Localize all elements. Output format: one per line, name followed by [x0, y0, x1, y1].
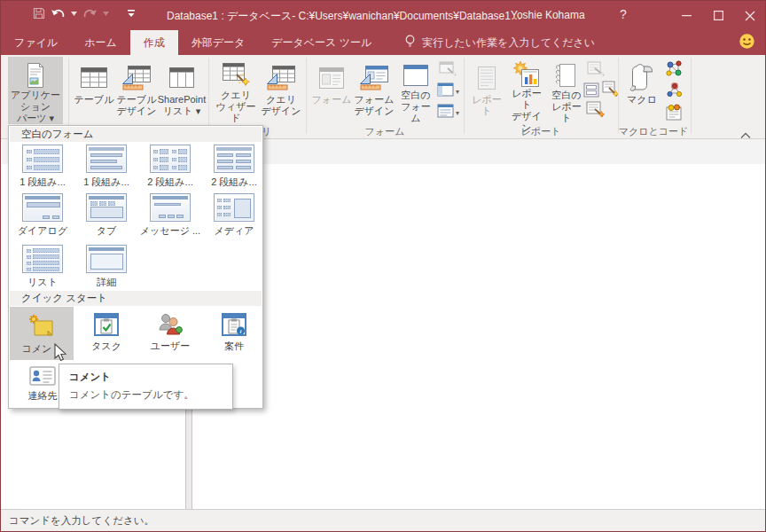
gallery-item-case[interactable]: i 案件: [202, 312, 266, 353]
blank-form-button[interactable]: 空白の フォーム: [396, 57, 435, 124]
query-design-icon: [266, 61, 296, 94]
maximize-button[interactable]: [703, 1, 733, 30]
visual-basic-button[interactable]: [665, 104, 684, 125]
blank-report-button[interactable]: 空白の レポート: [548, 57, 585, 124]
postcard-wizard-button[interactable]: [602, 81, 620, 102]
save-icon[interactable]: [33, 7, 45, 20]
slip-wizard-button[interactable]: [586, 101, 606, 122]
tab-home[interactable]: ホーム: [71, 30, 130, 55]
more-forms-button[interactable]: ▾: [437, 104, 459, 121]
group-label-macro-code: マクロとコード: [614, 126, 693, 138]
class-module-button[interactable]: [665, 82, 684, 104]
access-window: Database1 : データベース- C:¥Users¥wanichan¥Do…: [0, 0, 766, 532]
table-button[interactable]: テーブル: [74, 57, 114, 124]
tab-create[interactable]: 作成: [130, 30, 178, 55]
case-clipboard-info-icon: i: [202, 312, 266, 337]
report-wizard-button: [587, 61, 606, 81]
form-design-button[interactable]: フォーム デザイン: [354, 57, 395, 124]
gallery-item-task[interactable]: タスク: [74, 312, 138, 353]
close-button[interactable]: [735, 1, 765, 30]
tooltip-title: コメント: [69, 371, 223, 384]
gallery-item[interactable]: タブ: [74, 193, 138, 238]
comment-note-icon: [10, 313, 74, 340]
postcard-wizard-icon: [602, 81, 620, 102]
more-forms-icon: [437, 104, 454, 121]
undo-button[interactable]: [51, 8, 66, 20]
gallery-item[interactable]: 1 段組み...: [74, 145, 138, 189]
gallery-item[interactable]: メディア: [202, 193, 266, 238]
sharepoint-list-button[interactable]: SharePoint リスト ▾: [159, 57, 205, 124]
tab-file[interactable]: ファイル: [1, 30, 71, 55]
feedback-smiley-icon[interactable]: [739, 33, 755, 53]
minimize-button[interactable]: [671, 1, 701, 30]
redo-button[interactable]: [82, 8, 98, 20]
report-button: レポート: [468, 57, 505, 124]
tab-external-data[interactable]: 外部データ: [178, 30, 259, 55]
gallery-item[interactable]: 1 段組み...: [11, 145, 74, 189]
group-separator: [691, 58, 692, 134]
tell-me-label: 実行したい作業を入力してください: [422, 35, 595, 51]
gallery-item-user[interactable]: ユーザー: [138, 312, 202, 353]
tab-database-tools[interactable]: データベース ツール: [258, 30, 385, 55]
redo-dropdown-caret[interactable]: [103, 12, 109, 16]
slip-wizard-icon: [586, 101, 606, 122]
status-message: コマンドを入力してください。: [9, 514, 154, 528]
svg-text:i: i: [240, 328, 242, 335]
list-form-icon: [11, 245, 74, 273]
gallery-section-blank-forms: 空白のフォーム: [10, 127, 262, 142]
form-wizard-button: [439, 61, 458, 81]
signed-in-user[interactable]: Yoshie Kohama: [511, 9, 585, 21]
task-clipboard-icon: [74, 312, 138, 337]
form-2col-dotted-icon: [138, 145, 202, 173]
visual-basic-icon: [665, 104, 684, 125]
gallery-item[interactable]: ダイアログ: [11, 193, 74, 238]
tell-me-box[interactable]: 実行したい作業を入力してください: [404, 30, 595, 55]
navigation-form-icon: [437, 82, 454, 100]
detail-form-icon: [74, 245, 138, 273]
collapse-ribbon-icon[interactable]: [739, 128, 754, 138]
gallery-item[interactable]: リスト: [11, 245, 74, 289]
gallery-section-quick-start: クイック スタート: [10, 291, 262, 306]
users-icon: [138, 312, 202, 337]
labels-icon: [583, 82, 599, 101]
macro-button[interactable]: マクロ: [623, 57, 660, 124]
media-form-icon: [202, 193, 266, 222]
query-wizard-button[interactable]: クエリ ウィザード: [214, 57, 258, 124]
navigation-forms-button[interactable]: ▾: [437, 82, 459, 100]
status-bar: コマンドを入力してください。: [1, 509, 765, 532]
help-button[interactable]: ?: [614, 7, 632, 21]
blank-form-icon: [403, 61, 429, 90]
ribbon-tab-row: ファイル ホーム 作成 外部データ データベース ツール 実行したい作業を入力し…: [1, 30, 765, 55]
module-icon: [665, 59, 684, 82]
report-design-icon: [513, 61, 540, 88]
module-button[interactable]: [665, 59, 684, 82]
macro-icon: [629, 61, 655, 94]
query-wizard-icon: [222, 61, 250, 90]
undo-dropdown-caret[interactable]: [71, 12, 77, 16]
group-separator: [464, 58, 465, 134]
table-icon: [80, 61, 108, 94]
mouse-cursor: [52, 343, 68, 366]
table-design-button[interactable]: テーブル デザイン: [116, 57, 157, 124]
labels-button[interactable]: [583, 82, 599, 101]
gallery-item[interactable]: メッセージ ...: [138, 193, 202, 238]
form-1col-bars-icon: [74, 145, 138, 173]
tab-form-icon: [74, 193, 138, 222]
tooltip: コメント コメントのテーブルです。: [59, 364, 233, 410]
gallery-item[interactable]: 2 段組み...: [202, 145, 266, 189]
navigation-pane-scrollbar[interactable]: [185, 409, 192, 509]
group-label-report: レポート: [505, 126, 576, 138]
report-wizard-icon: [587, 61, 606, 81]
application-parts-button[interactable]: アプリケーション パーツ ▾: [8, 57, 63, 124]
report-design-button[interactable]: レポート デザイン: [507, 57, 546, 124]
group-label-form: フォーム: [349, 126, 420, 138]
gallery-item[interactable]: 2 段組み...: [138, 145, 202, 189]
customize-quick-access-icon[interactable]: [127, 10, 136, 18]
message-form-icon: [138, 193, 202, 222]
gallery-item[interactable]: 詳細: [74, 245, 138, 289]
quick-access-toolbar: [33, 7, 136, 20]
class-module-icon: [665, 82, 684, 104]
form-button: フォーム: [311, 57, 352, 124]
group-separator: [306, 58, 307, 134]
query-design-button[interactable]: クエリ デザイン: [260, 57, 302, 124]
